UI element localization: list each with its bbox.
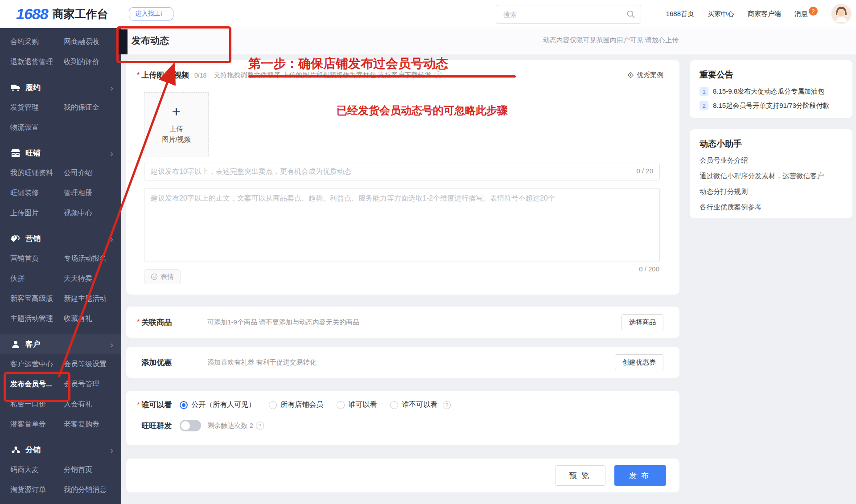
top-header: 1688 商家工作台 进入找工厂 1688首页 买家中心 商家客户端 消息 2	[0, 0, 856, 28]
create-coupon-button[interactable]: 创建优惠券	[615, 354, 663, 370]
sidebar-item-daily-deals[interactable]: 天天特卖	[64, 274, 92, 283]
broadcast-toggle[interactable]	[180, 420, 201, 431]
sidebar-row: 发布会员号... 会员号管理	[0, 374, 121, 394]
sidebar-item-upload-images[interactable]: 上传图片	[10, 209, 63, 218]
sidebar-item-join-gift[interactable]: 入会有礼	[64, 400, 92, 409]
sidebar-item-private-price[interactable]: 私密一口价	[10, 400, 63, 409]
announcement-item[interactable]: 1 8.15-9.8发布大促动态瓜分专属加油包	[700, 87, 843, 96]
sidebar-item-company-intro[interactable]: 公司介绍	[64, 168, 92, 178]
smiley-icon	[151, 273, 158, 280]
announcement-item[interactable]: 2 8.15起会员号开单支持91/73分阶段付款	[700, 101, 843, 110]
radio-who-can-see[interactable]: 谁可以看	[337, 400, 377, 410]
related-products-hint: 可添加1-9个商品 请不要添加与动态内容无关的商品	[207, 318, 359, 327]
sidebar-item-favorite-gift[interactable]: 收藏有礼	[64, 314, 92, 324]
sidebar-row: 私密一口价 入会有礼	[0, 394, 121, 414]
radio-public[interactable]: 公开（所有人可见）	[180, 400, 255, 410]
sidebar-item-my-store-profile[interactable]: 我的旺铺资料	[10, 168, 63, 178]
sidebar-section-label: 分销	[25, 445, 41, 455]
sidebar-item-taohuoyuan-orders[interactable]: 淘货源订单	[10, 485, 63, 495]
sidebar-item-xinkebao[interactable]: 新客宝高级版	[10, 294, 63, 303]
sidebar-row: 伙拼 天天特卖	[0, 269, 121, 289]
visibility-label: 谁可以看	[141, 400, 172, 410]
sidebar-row: 码商大麦 分销首页	[0, 460, 121, 480]
nav-merchant-client[interactable]: 商家客户端	[748, 10, 781, 18]
search-input[interactable]	[502, 10, 626, 19]
upload-box-label-2: 图片/视频	[162, 134, 190, 145]
upload-dropzone[interactable]: + 上传 图片/视频	[144, 92, 209, 156]
search-box	[496, 5, 641, 24]
help-icon[interactable]: ?	[443, 401, 451, 409]
sidebar-item-store-decoration[interactable]: 旺铺装修	[10, 188, 63, 198]
sidebar-item-theme-activity-mgmt[interactable]: 主题活动管理	[10, 314, 63, 324]
search-icon[interactable]	[626, 10, 635, 19]
post-title-input[interactable]	[144, 163, 659, 180]
sidebar-row: 发货管理 我的保证金	[0, 98, 121, 118]
nav-buyer-center[interactable]: 买家中心	[708, 10, 734, 18]
sidebar-item-shipping-management[interactable]: 发货管理	[10, 103, 63, 112]
title-char-counter: 0 / 20	[636, 167, 653, 175]
publish-button[interactable]: 发布	[614, 465, 666, 486]
sidebar-item-marketing-home[interactable]: 营销首页	[10, 254, 63, 263]
helper-link-member-intro[interactable]: 会员号业务介绍	[700, 156, 843, 165]
helper-card: 动态小助手 会员号业务介绍 通过微信小程序分发素材，运营微信客户 动态分打分规则…	[690, 129, 852, 218]
required-asterisk: *	[137, 401, 140, 409]
sidebar-section-label: 履约	[25, 82, 41, 93]
page: 1688 商家工作台 进入找工厂 1688首页 买家中心 商家客户端 消息 2 …	[0, 0, 856, 504]
radio-who-can-see-label: 谁可以看	[348, 400, 377, 410]
sidebar-section-wangpu[interactable]: 旺铺 ›	[0, 143, 121, 163]
visibility-radio-group: 公开（所有人可见） 所有店铺会员 谁可以看 谁不可以看 ?	[180, 400, 451, 410]
sidebar-row: 合约采购 网商融易收	[0, 32, 121, 52]
nav-1688-home[interactable]: 1688首页	[666, 10, 694, 18]
sidebar-item-customer-operation-center[interactable]: 客户运营中心	[10, 360, 63, 369]
action-bar-card: 预览 发布	[126, 459, 679, 492]
sidebar-item-video-center[interactable]: 视频中心	[64, 209, 92, 218]
sidebar-item-contract-purchase[interactable]: 合约采购	[10, 37, 63, 47]
user-avatar[interactable]	[831, 4, 852, 24]
sidebar-item-distribution-home[interactable]: 分销首页	[64, 465, 92, 475]
sidebar-item-wangshang-pay[interactable]: 网商融易收	[64, 37, 99, 47]
post-body-textarea[interactable]	[144, 188, 659, 262]
radio-who-cannot-see[interactable]: 谁不可以看	[390, 400, 437, 410]
excellent-cases-link[interactable]: 优秀案例	[627, 71, 663, 79]
sidebar-item-logistics-settings[interactable]: 物流设置	[10, 123, 63, 132]
helper-link-wechat-miniprogram[interactable]: 通过微信小程序分发素材，运营微信客户	[700, 172, 843, 181]
sidebar-item-my-deposit[interactable]: 我的保证金	[64, 103, 99, 112]
helper-title: 动态小助手	[700, 138, 843, 150]
tags-icon	[10, 234, 21, 243]
select-products-button[interactable]: 选择商品	[621, 314, 663, 330]
sidebar-item-received-reviews[interactable]: 收到的评价	[64, 57, 99, 67]
announcement-number-badge: 1	[700, 87, 708, 96]
sidebar-row: 营销首页 专场活动报名	[0, 249, 121, 269]
preview-button[interactable]: 预览	[556, 465, 605, 486]
sidebar-item-first-order-coupon[interactable]: 潜客首单券	[10, 420, 63, 429]
nav-messages[interactable]: 消息 2	[794, 9, 818, 18]
sidebar-item-huopin[interactable]: 伙拼	[10, 274, 63, 283]
upload-count: 0/18	[194, 72, 206, 79]
sidebar-section-fulfillment[interactable]: 履约 ›	[0, 78, 121, 98]
help-icon[interactable]: ?	[256, 422, 264, 430]
sidebar-section-customers[interactable]: 客户 ›	[0, 334, 121, 354]
page-title-bar: 发布动态 动态内容仅限可见范围内用户可见 请放心上传	[121, 28, 856, 55]
add-discount-card: * 添加优惠 添加喜欢有礼券 有利于促进交易转化 创建优惠券	[126, 347, 679, 378]
sidebar-item-publish-member-post[interactable]: 发布会员号...	[10, 380, 63, 389]
sidebar-section-distribution[interactable]: 分销 ›	[0, 440, 121, 460]
network-nodes-icon	[10, 446, 21, 455]
sidebar-item-my-distribution-messages[interactable]: 我的分销消息	[64, 485, 107, 495]
sidebar-item-refund-management[interactable]: 退款退货管理	[10, 57, 63, 67]
radio-public-label: 公开（所有人可见）	[191, 400, 255, 410]
helper-link-industry-cases[interactable]: 各行业优质案例参考	[700, 203, 843, 212]
sidebar-item-mashang-damai[interactable]: 码商大麦	[10, 465, 63, 475]
sidebar-item-member-account-mgmt[interactable]: 会员号管理	[64, 380, 99, 389]
enter-factory-button[interactable]: 进入找工厂	[129, 7, 173, 20]
helper-link-scoring-rules[interactable]: 动态分打分规则	[700, 187, 843, 197]
sidebar-item-repeat-buy-coupon[interactable]: 老客复购券	[64, 420, 99, 429]
sidebar-item-new-theme-activity[interactable]: 新建主题活动	[64, 294, 107, 303]
sidebar-item-member-level-settings[interactable]: 会员等级设置	[64, 360, 107, 369]
help-icon[interactable]: ?	[434, 71, 442, 79]
sidebar-section-marketing[interactable]: 营销 ›	[0, 229, 121, 249]
emoji-button[interactable]: 表情	[144, 269, 181, 284]
logo-1688[interactable]: 1688	[16, 5, 48, 23]
radio-all-store-members[interactable]: 所有店铺会员	[269, 400, 323, 410]
sidebar-item-manage-albums[interactable]: 管理相册	[64, 188, 92, 198]
sidebar-item-event-signup[interactable]: 专场活动报名	[64, 254, 107, 263]
